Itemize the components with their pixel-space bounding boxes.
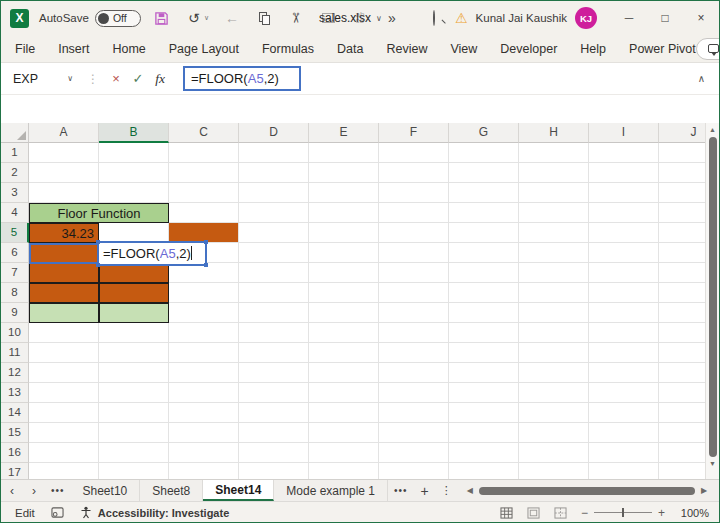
document-title[interactable]: sales.xlsx ∨ [319, 1, 382, 35]
cell-c8[interactable] [169, 283, 239, 303]
ribbon-tab-help[interactable]: Help [580, 42, 606, 56]
cell-h10[interactable] [519, 323, 589, 343]
vertical-scrollbar[interactable]: ▲ ▼ [705, 123, 719, 479]
cell-d7[interactable] [239, 263, 309, 283]
row-header-4[interactable]: 4 [1, 203, 29, 223]
cell-b3[interactable] [99, 183, 169, 203]
cell-a17[interactable] [29, 463, 99, 479]
cell-b9[interactable] [99, 303, 169, 323]
cell-c12[interactable] [169, 363, 239, 383]
cell-g6[interactable] [449, 243, 519, 263]
cell-f8[interactable] [379, 283, 449, 303]
add-sheet-button[interactable]: + [421, 483, 429, 499]
cell-i17[interactable] [589, 463, 659, 479]
cell-g7[interactable] [449, 263, 519, 283]
cell-e17[interactable] [309, 463, 379, 479]
cell-g10[interactable] [449, 323, 519, 343]
column-header-d[interactable]: D [239, 123, 309, 143]
cell-j11[interactable] [659, 343, 707, 363]
sheet-tab-sheet14[interactable]: Sheet14 [203, 480, 274, 501]
cell-g11[interactable] [449, 343, 519, 363]
cell-j4[interactable] [659, 203, 707, 223]
cell-i9[interactable] [589, 303, 659, 323]
row-header-1[interactable]: 1 [1, 143, 29, 163]
ribbon-tab-view[interactable]: View [450, 42, 477, 56]
cell-e15[interactable] [309, 423, 379, 443]
cell-j2[interactable] [659, 163, 707, 183]
cell-i7[interactable] [589, 263, 659, 283]
cell-e11[interactable] [309, 343, 379, 363]
cell-a2[interactable] [29, 163, 99, 183]
cell-f15[interactable] [379, 423, 449, 443]
cell-h1[interactable] [519, 143, 589, 163]
cell-d5[interactable] [239, 223, 309, 243]
cell-e7[interactable] [309, 263, 379, 283]
cell-e5[interactable] [309, 223, 379, 243]
cell-i8[interactable] [589, 283, 659, 303]
cell-h14[interactable] [519, 403, 589, 423]
comments-button[interactable]: Comments [696, 38, 720, 60]
cell-b13[interactable] [99, 383, 169, 403]
cell-e2[interactable] [309, 163, 379, 183]
scroll-down-icon[interactable]: ▼ [709, 457, 716, 471]
cell-b5[interactable] [99, 223, 169, 243]
cell-d13[interactable] [239, 383, 309, 403]
column-header-e[interactable]: E [309, 123, 379, 143]
maximize-button[interactable]: □ [647, 1, 683, 35]
cell-e4[interactable] [309, 203, 379, 223]
cell-c15[interactable] [169, 423, 239, 443]
save-icon[interactable] [153, 9, 171, 27]
cell-c17[interactable] [169, 463, 239, 479]
warning-icon[interactable]: ⚠ [455, 10, 468, 26]
row-header-12[interactable]: 12 [1, 363, 29, 383]
autosave-toggle[interactable]: Off [95, 10, 141, 27]
cell-i4[interactable] [589, 203, 659, 223]
accessibility-status[interactable]: Accessibility: Investigate [98, 507, 229, 519]
cell-g15[interactable] [449, 423, 519, 443]
cell-f17[interactable] [379, 463, 449, 479]
row-header-10[interactable]: 10 [1, 323, 29, 343]
cell-f14[interactable] [379, 403, 449, 423]
ribbon-tab-page-layout[interactable]: Page Layout [169, 42, 239, 56]
cell-b10[interactable] [99, 323, 169, 343]
scroll-up-icon[interactable]: ▲ [709, 123, 716, 137]
cell-h16[interactable] [519, 443, 589, 463]
cell-b16[interactable] [99, 443, 169, 463]
cell-c9[interactable] [169, 303, 239, 323]
ribbon-tab-insert[interactable]: Insert [58, 42, 89, 56]
cell-h8[interactable] [519, 283, 589, 303]
cell-e12[interactable] [309, 363, 379, 383]
vertical-scroll-thumb[interactable] [709, 137, 717, 457]
row-header-2[interactable]: 2 [1, 163, 29, 183]
cell-f9[interactable] [379, 303, 449, 323]
cell-f11[interactable] [379, 343, 449, 363]
zoom-in-icon[interactable]: + [658, 506, 665, 520]
page-break-view-icon[interactable] [554, 507, 567, 519]
cell-i13[interactable] [589, 383, 659, 403]
cell-a12[interactable] [29, 363, 99, 383]
name-box[interactable]: EXP ∨ [1, 63, 81, 94]
cell-g1[interactable] [449, 143, 519, 163]
cell-i11[interactable] [589, 343, 659, 363]
cell-e13[interactable] [309, 383, 379, 403]
cell-a13[interactable] [29, 383, 99, 403]
cell-b7[interactable] [99, 263, 169, 283]
sheet-prev-icon[interactable]: ‹ [1, 484, 23, 498]
cell-f6[interactable] [379, 243, 449, 263]
ribbon-tab-formulas[interactable]: Formulas [262, 42, 314, 56]
scroll-right-icon[interactable]: ▶ [697, 486, 711, 495]
cell-h11[interactable] [519, 343, 589, 363]
cell-h9[interactable] [519, 303, 589, 323]
more-sheets-icon[interactable]: ••• [51, 485, 65, 496]
cell-b17[interactable] [99, 463, 169, 479]
collapse-formula-bar-icon[interactable]: ∧ [698, 73, 705, 84]
cell-j5[interactable] [659, 223, 707, 243]
column-header-b[interactable]: B [99, 123, 169, 143]
cell-d9[interactable] [239, 303, 309, 323]
cell-a3[interactable] [29, 183, 99, 203]
cell-g14[interactable] [449, 403, 519, 423]
cell-a14[interactable] [29, 403, 99, 423]
page-layout-view-icon[interactable] [527, 507, 540, 519]
cell-h13[interactable] [519, 383, 589, 403]
row-header-14[interactable]: 14 [1, 403, 29, 423]
